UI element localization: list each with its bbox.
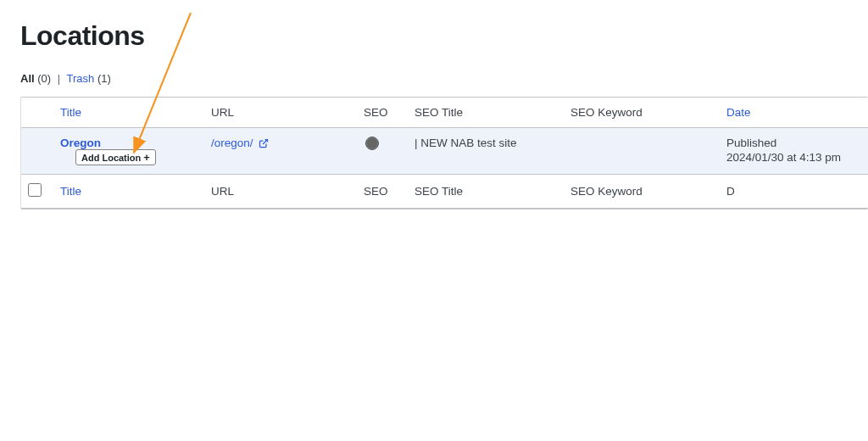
filter-trash-count: (1) bbox=[97, 72, 111, 85]
footer-url: URL bbox=[204, 175, 357, 209]
filter-bar: All (0) | Trash (1) bbox=[20, 72, 868, 85]
cell-seo bbox=[357, 128, 408, 175]
column-header-title[interactable]: Title bbox=[53, 98, 204, 128]
row-date-timestamp: 2024/01/30 at 4:13 pm bbox=[726, 151, 868, 164]
plus-icon: + bbox=[143, 152, 150, 163]
external-link-icon[interactable] bbox=[259, 138, 269, 148]
footer-seo-title: SEO Title bbox=[408, 175, 564, 209]
page-title: Locations bbox=[20, 20, 868, 52]
cell-seo-keyword bbox=[564, 128, 720, 175]
column-header-seo-keyword: SEO Keyword bbox=[564, 98, 720, 128]
filter-trash[interactable]: Trash bbox=[67, 72, 95, 85]
footer-seo-keyword: SEO Keyword bbox=[564, 175, 720, 209]
column-header-seo-title: SEO Title bbox=[408, 98, 564, 128]
filter-separator: | bbox=[58, 72, 60, 85]
seo-indicator-icon bbox=[365, 137, 379, 150]
table-header-row: Title URL SEO SEO Title SEO Keyword Date bbox=[21, 98, 868, 128]
row-url-link[interactable]: /oregon/ bbox=[211, 137, 253, 149]
filter-all-count: (0) bbox=[37, 72, 51, 85]
footer-seo: SEO bbox=[357, 175, 408, 209]
row-date-status: Published bbox=[726, 137, 776, 149]
locations-table: Title URL SEO SEO Title SEO Keyword Date… bbox=[20, 97, 868, 209]
table-row: Oregon Add Location + /oregon/ bbox=[21, 128, 868, 175]
column-header-url: URL bbox=[204, 98, 357, 128]
row-title-link[interactable]: Oregon bbox=[60, 137, 101, 149]
filter-all[interactable]: All bbox=[20, 72, 35, 85]
footer-title[interactable]: Title bbox=[53, 175, 204, 209]
cell-checkbox bbox=[21, 128, 53, 175]
cell-url: /oregon/ bbox=[204, 128, 357, 175]
footer-date: D bbox=[720, 175, 868, 209]
add-location-button[interactable]: Add Location + bbox=[75, 149, 156, 165]
select-all-checkbox[interactable] bbox=[28, 183, 42, 197]
footer-checkbox bbox=[21, 175, 53, 209]
column-header-seo: SEO bbox=[357, 98, 408, 128]
column-header-checkbox bbox=[21, 98, 53, 128]
cell-date: Published 2024/01/30 at 4:13 pm bbox=[720, 128, 868, 175]
column-header-date[interactable]: Date bbox=[720, 98, 868, 128]
table-footer-row: Title URL SEO SEO Title SEO Keyword D bbox=[21, 175, 868, 209]
cell-seo-title: | NEW NAB test site bbox=[408, 128, 564, 175]
cell-title: Oregon Add Location + bbox=[53, 128, 204, 175]
add-location-label: Add Location bbox=[81, 153, 141, 163]
svg-line-0 bbox=[263, 140, 268, 145]
